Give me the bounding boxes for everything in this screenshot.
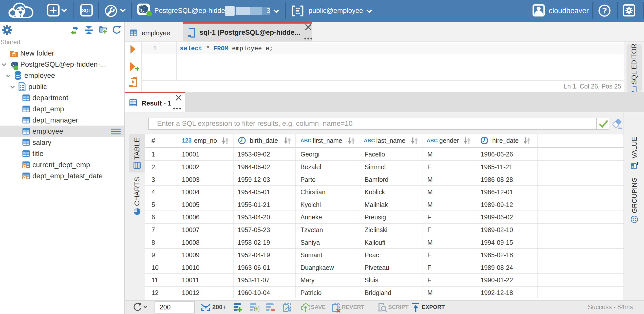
svg-text:SQL: SQL (82, 8, 91, 13)
svg-text:?: ? (602, 6, 607, 15)
